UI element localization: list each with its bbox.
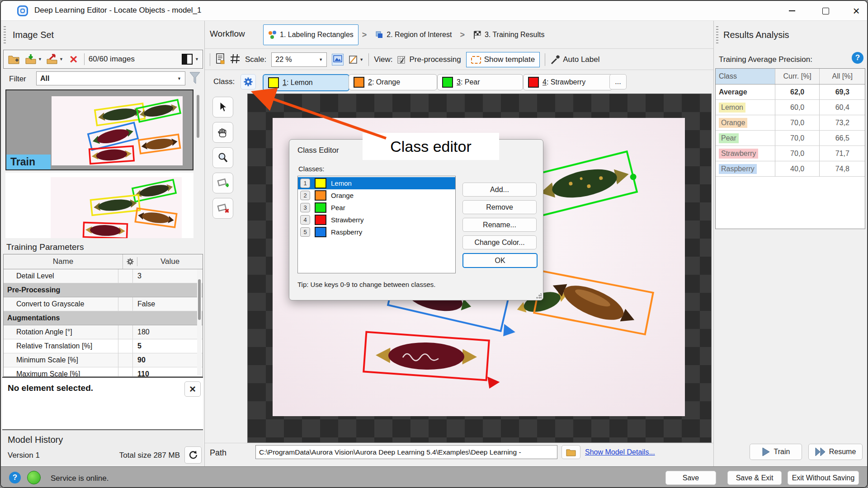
path-label: Path — [210, 448, 226, 458]
auto-label-button[interactable]: Auto Label — [550, 55, 599, 65]
filter-value: All — [40, 75, 49, 83]
add-class-button[interactable]: Add... — [462, 183, 537, 197]
view-toolbar: Scale: 22 % ▼ ▼ View: Pre-processing Sho… — [210, 50, 713, 70]
wand-icon — [550, 55, 560, 65]
display-mode-button[interactable] — [182, 54, 193, 65]
zoom-tool-button[interactable] — [212, 147, 233, 168]
ok-button[interactable]: OK — [462, 253, 538, 268]
col-curr[interactable]: Curr. [%] — [775, 69, 820, 84]
fit-view-icon — [333, 55, 342, 62]
browse-folder-button[interactable] — [561, 445, 580, 459]
add-rectangle-tool-button[interactable] — [212, 173, 233, 193]
delete-images-button[interactable]: × — [67, 53, 80, 65]
col-class[interactable]: Class — [716, 69, 775, 84]
class-list-item-raspberry[interactable]: 5 Raspberry — [298, 226, 455, 238]
remove-rectangle-tool-button[interactable] — [212, 198, 233, 219]
status-bar: ? Service is online. Save Save & Exit Ex… — [1, 466, 868, 488]
tab-labeling-rectangles[interactable]: 1. Labeling Rectangles — [263, 24, 359, 45]
export-caret-icon: ▼ — [59, 57, 63, 61]
param-row[interactable]: Convert to GrayscaleFalse — [4, 297, 203, 311]
left-panel-drag-handle[interactable] — [4, 26, 6, 45]
chevron-icon: > — [460, 30, 465, 40]
param-row[interactable]: Minimum Scale [%]90 — [4, 353, 203, 367]
right-panel-drag-handle[interactable] — [716, 26, 718, 45]
scale-select[interactable]: 22 % ▼ — [271, 52, 327, 67]
params-scrollbar[interactable] — [197, 269, 202, 375]
show-model-details-link[interactable]: Show Model Details... — [585, 448, 655, 456]
close-button[interactable]: × — [844, 1, 868, 21]
param-row[interactable]: Detail Level3 — [4, 269, 203, 283]
image-set-title: Image Set — [13, 30, 54, 40]
tab-region-of-interest[interactable]: 2. Region of Interest — [370, 25, 456, 45]
roi-tab-icon — [375, 31, 383, 39]
crop-grid-button[interactable] — [230, 54, 240, 66]
thumbnail-train-selected[interactable]: Train — [5, 89, 193, 170]
refresh-history-button[interactable] — [184, 446, 202, 464]
scale-caret-icon: ▼ — [319, 57, 323, 62]
class-list-item-strawberry[interactable]: 4 Strawberry — [298, 214, 455, 226]
class-color-swatch — [315, 215, 326, 225]
training-parameters-table: Name Value Detail Level3 Pre-Processing … — [3, 254, 203, 377]
precision-row-average: Average 62,0 69,3 — [716, 84, 865, 100]
class-chip-strawberry[interactable]: 4: Strawberry — [523, 74, 613, 89]
filter-select[interactable]: All ▼ — [36, 71, 185, 85]
thumbnails-scrollbar[interactable] — [196, 89, 200, 238]
precision-table: Class Curr. [%] All [%] Average 62,0 69,… — [715, 68, 865, 229]
class-list-item-pear[interactable]: 3 Pear — [298, 202, 455, 214]
status-help-icon[interactable]: ? — [9, 472, 21, 483]
fit-view-button[interactable] — [332, 54, 344, 66]
class-color-swatch — [315, 190, 326, 201]
minimize-button[interactable] — [779, 1, 805, 21]
maximize-button[interactable] — [813, 1, 838, 21]
import-images-button[interactable]: ▼ — [25, 54, 42, 65]
save-button[interactable]: Save — [665, 471, 716, 485]
col-all[interactable]: All [%] — [819, 69, 865, 84]
param-section: Pre-Processing — [4, 283, 203, 297]
tab-training-results[interactable]: 3. Training Results — [468, 25, 549, 45]
path-input[interactable] — [255, 445, 557, 459]
change-color-button[interactable]: Change Color... — [462, 235, 537, 249]
play-icon — [762, 447, 770, 456]
exit-without-saving-button[interactable]: Exit Without Saving — [788, 471, 859, 485]
resume-button[interactable]: Resume — [808, 444, 863, 460]
precision-row-orange: Orange 70,0 73,2 — [716, 115, 865, 131]
train-button[interactable]: Train — [750, 444, 802, 460]
import-caret-icon: ▼ — [38, 57, 42, 61]
view-label: View: — [374, 55, 392, 64]
pan-tool-button[interactable] — [212, 122, 233, 143]
rename-class-button[interactable]: Rename... — [462, 218, 537, 232]
image-count: 60/60 images — [89, 55, 135, 64]
param-row[interactable]: Relative Translation [%]5 — [4, 339, 203, 353]
class-list-item-orange[interactable]: 2 Orange — [298, 189, 455, 202]
train-badge: Train — [6, 155, 51, 169]
model-version: Version 1 — [8, 451, 40, 460]
class-name: Pear — [331, 204, 345, 211]
remove-class-button[interactable]: Remove — [462, 200, 537, 214]
more-classes-button[interactable]: ... — [609, 74, 627, 89]
class-key-badge: 4 — [300, 215, 310, 225]
filter-caret-icon: ▼ — [177, 76, 181, 81]
thumbnail-2[interactable] — [5, 173, 193, 238]
select-tool-button[interactable] — [212, 97, 233, 117]
save-and-exit-button[interactable]: Save & Exit — [727, 471, 782, 485]
resize-grip[interactable] — [536, 293, 542, 299]
scale-label: Scale: — [245, 55, 266, 64]
add-folder-button[interactable] — [7, 53, 21, 66]
export-images-button[interactable]: ▼ — [46, 54, 63, 65]
class-chip-pear[interactable]: 3: Pear — [437, 74, 523, 89]
show-template-toggle[interactable]: Show template — [466, 52, 540, 67]
clear-selection-button[interactable]: × — [184, 381, 201, 397]
param-settings-button[interactable] — [123, 254, 137, 269]
precision-help-icon[interactable]: ? — [852, 52, 863, 64]
precision-row-pear: Pear 70,0 66,5 — [716, 131, 865, 146]
notes-button[interactable] — [215, 53, 225, 66]
class-color-swatch — [315, 227, 326, 237]
param-row[interactable]: Rotation Angle [°]180 — [4, 325, 203, 339]
service-status-text: Service is online. — [51, 474, 109, 483]
class-color-swatch — [442, 77, 453, 88]
hide-preview-button[interactable]: ▼ — [349, 55, 363, 64]
preprocessing-toggle[interactable]: Pre-processing — [397, 55, 461, 64]
hide-preview-icon — [349, 55, 358, 64]
class-list-item-lemon[interactable]: 1 Lemon — [298, 177, 455, 189]
param-row[interactable]: Maximum Scale [%]110 — [4, 367, 203, 377]
